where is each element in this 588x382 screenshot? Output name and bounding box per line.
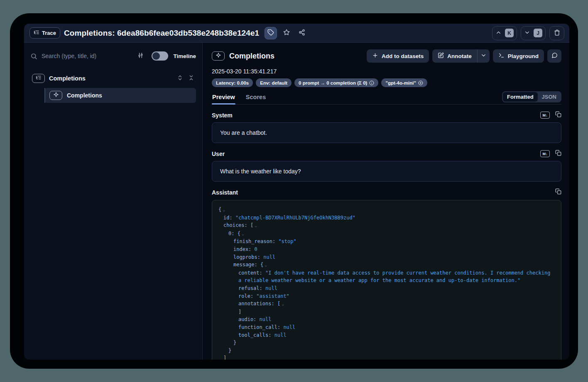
pill-label: Latency: 0.00s: [216, 80, 249, 85]
json-line: }: [218, 339, 555, 347]
user-role-label: User: [212, 151, 225, 157]
star-icon: [283, 29, 290, 37]
observation-header: Completions Add to datasets: [212, 49, 561, 63]
search-row: Timeline: [30, 50, 196, 62]
json-line: content: "I don't have real-time data ac…: [218, 269, 555, 285]
playground-button[interactable]: Playground: [493, 49, 544, 63]
tag-icon: [267, 29, 274, 37]
json-line: function_call: null: [218, 324, 555, 331]
metadata-pill[interactable]: Latency: 0.00s: [212, 78, 253, 87]
json-line: ]: [218, 354, 555, 360]
collapse-all-icon[interactable]: [188, 75, 194, 83]
tree-root-row[interactable]: Completions: [30, 73, 196, 84]
json-line: refusal: null: [218, 285, 555, 292]
tab-preview[interactable]: Preview: [212, 93, 235, 104]
metadata-pill[interactable]: 0 prompt → 0 completion (Σ 0): [294, 78, 378, 87]
format-json-option[interactable]: JSON: [538, 92, 561, 102]
toggle-knob: [152, 52, 160, 60]
generation-badge: [212, 51, 225, 61]
plus-circle-icon: [418, 80, 423, 85]
json-line: choices: [⌄: [218, 221, 555, 230]
edit-icon: [438, 52, 444, 60]
tag-button[interactable]: [265, 27, 277, 39]
system-role-label: System: [212, 112, 233, 119]
copy-icon[interactable]: [555, 111, 561, 119]
action-buttons: Add to datasets Annotate: [367, 49, 561, 63]
pill-label: "gpt-4o-mini": [385, 80, 416, 85]
top-bar: Trace Completions: 6dea86b6feae03db538e2…: [24, 24, 569, 43]
timeline-toggle-label: Timeline: [173, 53, 196, 59]
keyboard-shortcut-j: J: [534, 29, 542, 37]
share-button[interactable]: [296, 27, 308, 39]
generation-node-badge: [49, 91, 62, 100]
comments-button[interactable]: [547, 49, 561, 63]
tree-tools: [177, 75, 194, 83]
chevron-up-icon: [495, 29, 502, 37]
share-icon: [299, 29, 305, 37]
delete-trace-button[interactable]: [549, 26, 564, 40]
sliders-icon: [137, 52, 144, 60]
json-line: {⌄: [218, 206, 555, 214]
copy-icon[interactable]: [555, 188, 561, 196]
json-line: index: 0: [218, 246, 555, 253]
json-line: 0: {⌄: [218, 230, 555, 238]
copy-icon[interactable]: [555, 150, 561, 158]
add-to-datasets-button[interactable]: Add to datasets: [367, 49, 429, 63]
plus-icon: [372, 52, 378, 60]
next-trace-button[interactable]: J: [521, 26, 546, 40]
assistant-json-viewer[interactable]: {⌄id: "chatcmpl-BD7XRulRhULb7NjGfeOkhN3B…: [212, 200, 561, 360]
timeline-toggle[interactable]: [152, 51, 168, 61]
json-line: audio: null: [218, 316, 555, 324]
tree-item-label: Completions: [67, 92, 102, 99]
annotate-button[interactable]: Annotate: [432, 49, 477, 63]
observation-detail-panel: Completions Add to datasets: [203, 43, 569, 360]
tree-item-completions[interactable]: Completions: [44, 88, 196, 103]
markdown-toggle-icon[interactable]: M↓: [540, 112, 550, 119]
list-tree-icon: [36, 75, 42, 82]
metadata-pills: Latency: 0.00sEnv: default0 prompt → 0 c…: [212, 78, 561, 87]
user-message-box: What is the weather like today?: [212, 161, 561, 182]
tree-root-label: Completions: [49, 75, 86, 82]
trace-node-badge: [32, 74, 45, 83]
terminal-icon: [498, 52, 505, 60]
info-icon: [369, 80, 374, 85]
search-input[interactable]: [42, 53, 132, 59]
format-formatted-option[interactable]: Formatted: [503, 92, 538, 102]
pill-label: Env: default: [260, 80, 287, 85]
trace-title: Completions: 6dea86b6feae03db538e248b38e…: [64, 29, 259, 38]
playground-label: Playground: [508, 53, 539, 59]
expand-all-icon[interactable]: [177, 75, 183, 83]
chevron-down-icon: [524, 29, 530, 37]
system-section-header: System M↓: [212, 111, 561, 119]
annotate-dropdown-button[interactable]: [477, 49, 490, 63]
json-line: role: "assistant": [218, 292, 555, 300]
markdown-toggle-icon[interactable]: M↓: [540, 150, 550, 157]
system-message-box: You are a chatbot.: [212, 122, 561, 143]
tabs-row: Preview Scores Formatted JSON: [212, 93, 561, 105]
keyboard-shortcut-k: K: [505, 29, 514, 37]
view-settings-button[interactable]: [136, 51, 145, 61]
trace-tree-sidebar: Timeline Completions: [24, 43, 203, 360]
json-line: message: {⌄: [218, 261, 555, 269]
assistant-section-header: Assistant: [212, 188, 561, 196]
metadata-pill[interactable]: "gpt-4o-mini": [381, 78, 427, 87]
json-line: annotations: [⌄: [218, 300, 555, 308]
metadata-pill[interactable]: Env: default: [256, 78, 292, 87]
json-line: logprobs: null: [218, 253, 555, 261]
list-tree-icon: [34, 29, 39, 36]
json-line: tool_calls: null: [218, 331, 555, 339]
observation-title: Completions: [229, 52, 274, 61]
observation-timestamp: 2025-03-20 11:35:41.217: [212, 68, 561, 75]
desktop-background: Trace Completions: 6dea86b6feae03db538e2…: [0, 0, 588, 382]
bookmark-star-button[interactable]: [281, 27, 292, 39]
json-line: ]: [218, 308, 555, 316]
tab-scores[interactable]: Scores: [245, 93, 266, 104]
annotate-label: Annotate: [447, 53, 472, 59]
observation-tree: Completions: [30, 73, 196, 103]
sparkle-icon: [216, 52, 221, 60]
json-line: }: [218, 347, 555, 355]
annotate-split-button: Annotate: [432, 49, 490, 63]
pill-label: 0 prompt → 0 completion (Σ 0): [299, 80, 367, 85]
prev-trace-button[interactable]: K: [492, 26, 517, 40]
assistant-role-label: Assistant: [212, 189, 238, 196]
